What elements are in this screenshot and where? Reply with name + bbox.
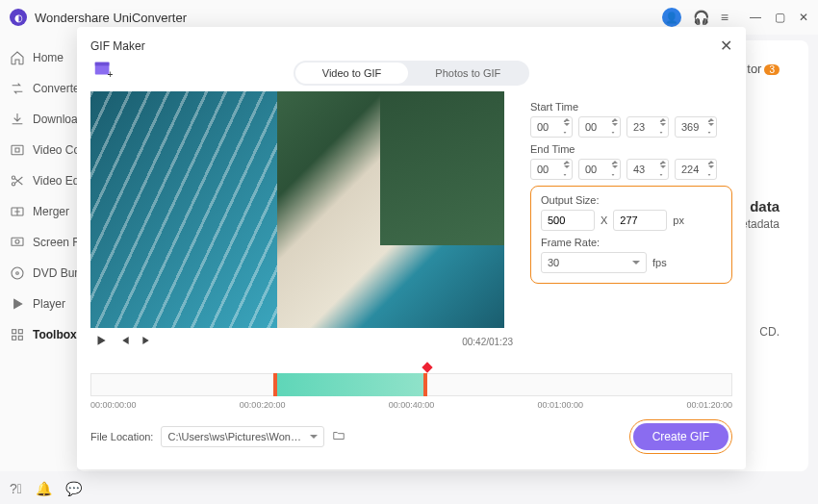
tab-photos-to-gif[interactable]: Photos to GIF	[408, 63, 527, 84]
gif-maker-modal: GIF Maker ✕ + Video to GIF Photos to GIF…	[77, 27, 746, 469]
svg-point-7	[16, 272, 19, 275]
svg-text:+: +	[108, 69, 114, 80]
player-controls: 00:42/01:23	[90, 328, 517, 356]
sidebar-item-label: Player	[33, 297, 65, 311]
sidebar-item-label: Toolbox	[33, 328, 77, 341]
fps-label: fps	[652, 257, 667, 268]
modal-title: GIF Maker	[90, 39, 145, 53]
compress-icon	[10, 142, 25, 158]
start-ms-input[interactable]: 369	[675, 116, 717, 138]
svg-marker-16	[98, 336, 106, 344]
sidebar-item-converter[interactable]: Converter	[0, 73, 77, 104]
play-icon	[10, 296, 25, 312]
prev-frame-button[interactable]	[117, 334, 131, 350]
minimize-button[interactable]: —	[750, 11, 761, 24]
grid-icon	[10, 327, 25, 342]
start-min-input[interactable]: 00	[578, 116, 621, 138]
create-gif-button[interactable]: Create GIF	[633, 423, 729, 450]
title-icons: 👤 🎧 ≡ — ▢ ✕	[662, 8, 808, 27]
end-min-input[interactable]: 00	[578, 159, 621, 180]
create-gif-highlight: Create GIF	[629, 419, 732, 454]
sidebar-item-label: DVD Burner	[33, 266, 77, 280]
selection-range[interactable]	[273, 373, 427, 396]
chat-icon[interactable]: 💬	[65, 481, 82, 496]
frame-rate-select[interactable]: 30	[541, 252, 647, 273]
playhead-icon[interactable]	[422, 362, 432, 372]
sidebar-item-toolbox[interactable]: Toolbox	[0, 319, 77, 350]
sidebar-item-label: Converter	[33, 82, 77, 95]
app-logo-icon: ◐	[10, 9, 27, 26]
file-location-label: File Location:	[90, 431, 153, 442]
px-label: px	[673, 214, 684, 226]
bg-text: etadata	[741, 217, 780, 231]
menu-icon[interactable]: ≡	[721, 10, 729, 25]
merge-icon	[10, 204, 25, 219]
end-ms-input[interactable]: 224	[675, 159, 717, 180]
sidebar-item-label: Merger	[33, 205, 69, 218]
help-icon[interactable]: ?⃝	[10, 481, 22, 496]
record-icon	[10, 235, 25, 250]
svg-rect-4	[12, 238, 23, 245]
tab-video-to-gif[interactable]: Video to GIF	[295, 63, 409, 84]
svg-point-6	[12, 267, 23, 279]
download-icon	[10, 112, 25, 127]
sidebar-item-recorder[interactable]: Screen Recorder	[0, 227, 77, 258]
output-height-input[interactable]	[613, 210, 667, 231]
sidebar-item-compressor[interactable]: Video Compressor	[0, 135, 77, 165]
timeline-ticks: 00:00:00:0000:00:20:0000:00:40:0000:01:0…	[90, 400, 732, 410]
svg-marker-8	[14, 299, 22, 308]
svg-rect-0	[12, 145, 23, 154]
next-frame-button[interactable]	[141, 334, 154, 350]
output-width-input[interactable]	[541, 210, 595, 231]
folder-icon[interactable]	[332, 429, 345, 444]
playback-time: 00:42/01:23	[462, 337, 513, 347]
sidebar-item-label: Downloader	[33, 113, 77, 126]
video-preview[interactable]	[90, 91, 504, 328]
start-hour-input[interactable]: 00	[530, 116, 573, 138]
tab-group: Video to GIF Photos to GIF	[90, 61, 732, 86]
disc-icon	[10, 265, 25, 281]
sidebar-item-home[interactable]: Home	[0, 42, 77, 73]
sidebar-item-label: Video Editor	[33, 174, 77, 188]
scissors-icon	[10, 173, 25, 189]
sidebar-item-downloader[interactable]: Downloader	[0, 104, 77, 135]
convert-icon	[10, 81, 25, 96]
user-icon[interactable]: 👤	[662, 8, 681, 27]
close-button[interactable]: ✕	[799, 11, 808, 24]
sidebar-item-editor[interactable]: Video Editor	[0, 165, 77, 196]
bg-text: CD.	[759, 325, 780, 339]
headset-icon[interactable]: 🎧	[693, 10, 709, 25]
close-icon[interactable]: ✕	[720, 37, 732, 55]
svg-rect-10	[18, 330, 22, 334]
start-time-label: Start Time	[530, 101, 732, 113]
badge-count: 3	[764, 64, 780, 75]
x-separator: X	[601, 214, 607, 226]
sidebar-item-player[interactable]: Player	[0, 289, 77, 319]
play-button[interactable]	[94, 334, 108, 350]
app-title: Wondershare UniConverter	[35, 11, 662, 25]
bottom-bar: ?⃝ 🔔 💬	[10, 481, 82, 496]
svg-rect-12	[18, 336, 22, 340]
end-sec-input[interactable]: 43	[626, 159, 669, 180]
add-file-icon[interactable]: +	[92, 59, 114, 80]
sidebar-item-label: Screen Recorder	[33, 236, 77, 249]
output-settings-group: Output Size: X px Frame Rate: 30 fps	[530, 186, 732, 284]
bg-text: tor3	[747, 62, 780, 76]
sidebar: Home Converter Downloader Video Compress…	[0, 35, 77, 471]
output-size-label: Output Size:	[541, 194, 722, 206]
sidebar-item-merger[interactable]: Merger	[0, 196, 77, 227]
maximize-button[interactable]: ▢	[775, 11, 785, 24]
end-time-label: End Time	[530, 143, 732, 155]
svg-rect-11	[13, 336, 16, 340]
sidebar-item-dvd[interactable]: DVD Burner	[0, 258, 77, 289]
end-hour-input[interactable]: 00	[530, 159, 573, 180]
svg-rect-14	[95, 63, 110, 66]
home-icon	[10, 50, 25, 65]
svg-point-5	[15, 239, 19, 243]
bell-icon[interactable]: 🔔	[36, 481, 52, 496]
svg-rect-9	[13, 330, 16, 334]
file-location-select[interactable]: C:\Users\ws\Pictures\Wonders	[161, 426, 324, 447]
timeline[interactable]: 00:00:00:0000:00:20:0000:00:40:0000:01:0…	[90, 365, 732, 408]
start-sec-input[interactable]: 23	[626, 116, 669, 138]
bg-text: data	[750, 198, 780, 214]
